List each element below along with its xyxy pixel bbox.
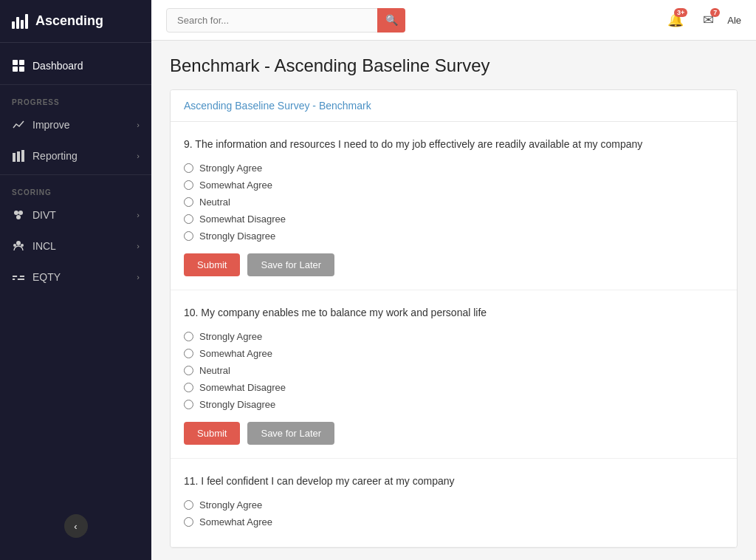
divider-1 [0,84,151,85]
svg-rect-3 [19,66,24,72]
scoring-section-label: SCORING [0,178,151,199]
q10-radio-5[interactable] [184,400,193,409]
q10-option-1[interactable]: Strongly Agree [184,331,724,342]
svg-rect-1 [19,60,24,65]
q10-radio-4[interactable] [184,383,193,392]
header-icons: 🔔 3+ ✉ 7 Ale [662,7,741,33]
q9-submit-button[interactable]: Submit [184,253,240,276]
divt-icon [12,208,25,222]
q10-submit-button[interactable]: Submit [184,422,240,445]
q9-option-2[interactable]: Somewhat Agree [184,180,724,191]
divider-2 [0,174,151,175]
page-content: Benchmark - Ascending Baseline Survey As… [151,41,756,560]
svg-point-9 [16,215,21,219]
survey-card-title: Ascending Baseline Survey - Benchmark [184,100,371,112]
q10-radio-2[interactable] [184,349,193,358]
improve-label: Improve [32,119,70,131]
svg-point-15 [17,275,20,278]
svg-rect-14 [13,279,24,280]
q9-option-4[interactable]: Somewhat Disagree [184,214,724,225]
messages-button[interactable]: ✉ 7 [695,7,721,33]
notifications-button[interactable]: 🔔 3+ [662,7,689,33]
app-name: Ascending [35,13,103,29]
svg-point-10 [16,241,21,245]
q10-radio-1[interactable] [184,332,193,341]
question-9-text: 9. The information and resources I need … [184,137,724,152]
divt-chevron: › [137,211,140,219]
q9-option-1[interactable]: Strongly Agree [184,163,724,174]
header: 🔍 🔔 3+ ✉ 7 Ale [151,0,756,41]
question-11-text: 11. I feel confident I can develop my ca… [184,474,724,489]
svg-point-8 [18,211,23,215]
sidebar: Ascending Dashboard PROGRESS [0,0,151,560]
sidebar-item-reporting[interactable]: Reporting › [0,140,151,171]
search-container: 🔍 [166,8,405,33]
mail-badge: 7 [710,8,720,17]
sidebar-collapse-button[interactable]: ‹ [64,514,88,538]
q9-action-buttons: Submit Save for Later [184,253,724,276]
svg-rect-4 [13,153,16,162]
question-11-block: 11. I feel confident I can develop my ca… [171,459,737,547]
q10-option-5[interactable]: Strongly Disagree [184,399,724,410]
notification-badge: 3+ [674,8,687,17]
q9-radio-4[interactable] [184,214,193,224]
sidebar-nav: Dashboard PROGRESS Improve › Reporti [0,43,151,560]
divt-label: DIVT [32,209,56,221]
sidebar-item-improve[interactable]: Improve › [0,109,151,140]
q9-radio-3[interactable] [184,197,193,207]
sidebar-item-incl[interactable]: INCL › [0,231,151,262]
q9-radio-5[interactable] [184,231,193,241]
q9-save-button[interactable]: Save for Later [247,253,334,276]
reporting-label: Reporting [32,150,78,162]
q9-option-3[interactable]: Neutral [184,197,724,208]
svg-point-11 [13,244,16,247]
incl-label: INCL [32,240,56,252]
reporting-icon [12,149,25,163]
eqty-label: EQTY [32,271,61,283]
user-label: Ale [727,15,741,26]
svg-point-16 [15,278,18,281]
sidebar-item-eqty[interactable]: EQTY › [0,262,151,293]
q10-option-3[interactable]: Neutral [184,365,724,376]
eqty-chevron: › [137,273,140,281]
sidebar-item-dashboard[interactable]: Dashboard [0,50,151,81]
svg-point-12 [21,244,24,247]
q9-option-5[interactable]: Strongly Disagree [184,231,724,242]
incl-chevron: › [137,242,140,250]
main-content: 🔍 🔔 3+ ✉ 7 Ale Benchmark - Ascending Bas… [151,0,756,560]
incl-icon [12,239,25,253]
page-title: Benchmark - Ascending Baseline Survey [170,55,738,76]
q9-radio-2[interactable] [184,180,193,190]
dashboard-label: Dashboard [32,60,83,72]
svg-rect-6 [21,150,24,162]
search-icon: 🔍 [385,14,398,26]
logo-icon [12,14,28,29]
reporting-chevron: › [137,151,140,160]
question-10-block: 10. My company enables me to balance my … [171,290,737,459]
search-input[interactable] [166,8,405,33]
svg-point-7 [14,211,18,215]
search-button[interactable]: 🔍 [377,8,405,33]
survey-card: Ascending Baseline Survey - Benchmark 9.… [170,89,738,548]
q11-option-2[interactable]: Somewhat Agree [184,516,724,527]
q11-radio-2[interactable] [184,517,193,527]
progress-section-label: PROGRESS [0,88,151,109]
svg-rect-0 [13,60,18,65]
question-10-text: 10. My company enables me to balance my … [184,305,724,321]
q9-radio-1[interactable] [184,163,193,173]
sidebar-item-divt[interactable]: DIVT › [0,199,151,231]
q11-option-1[interactable]: Strongly Agree [184,499,724,511]
q10-option-2[interactable]: Somewhat Agree [184,348,724,359]
improve-icon [12,118,25,132]
q10-option-4[interactable]: Somewhat Disagree [184,382,724,393]
q10-save-button[interactable]: Save for Later [247,422,334,445]
eqty-icon [12,270,25,284]
q11-radio-1[interactable] [184,500,193,510]
app-logo: Ascending [0,0,151,43]
question-9-block: 9. The information and resources I need … [171,122,737,290]
collapse-icon: ‹ [74,521,77,532]
dashboard-icon [12,59,25,72]
svg-rect-2 [13,66,18,72]
q10-radio-3[interactable] [184,366,193,375]
svg-rect-5 [17,151,20,162]
